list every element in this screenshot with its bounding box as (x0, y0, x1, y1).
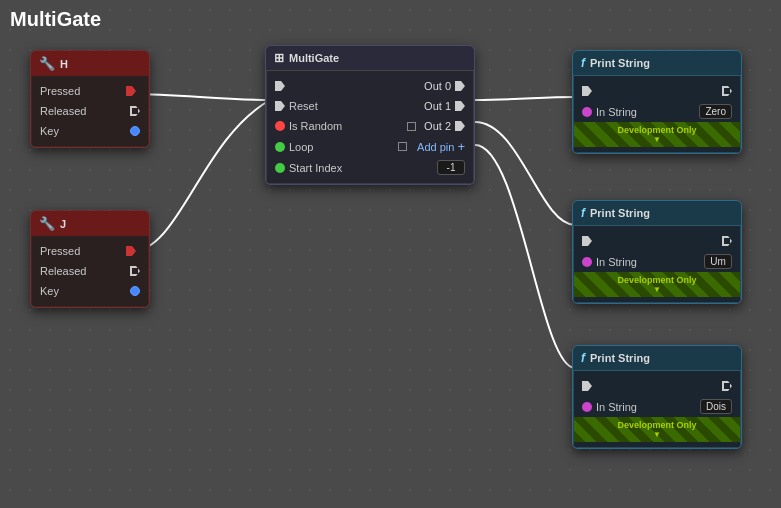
node-print2-exec-out[interactable] (722, 381, 732, 391)
node-j-released-pin[interactable] (130, 266, 140, 276)
node-h-released-pin[interactable] (130, 106, 140, 116)
node-mg-loop-pin[interactable] (275, 142, 285, 152)
node-mg-exec-in[interactable] (275, 81, 285, 91)
node-j-row-key: Key (32, 281, 148, 301)
node-h: 🔧 H Pressed Released Key (30, 50, 150, 148)
node-mg-out2-label: Out 2 (424, 120, 451, 132)
node-j-key-pin[interactable] (130, 286, 140, 296)
node-mg-startindex-val-wrapper: -1 (437, 160, 465, 175)
node-j-title: J (60, 218, 66, 230)
node-h-released-label: Released (40, 105, 126, 117)
node-mg-israndom-checkbox[interactable] (407, 122, 416, 131)
node-mg-addpin-icon[interactable]: + (457, 139, 465, 154)
node-print2-exec-in[interactable] (582, 381, 592, 391)
node-mg-out0-right: Out 0 (424, 80, 465, 92)
node-print0-exec-in[interactable] (582, 86, 592, 96)
node-print2-instring-pin[interactable] (582, 402, 592, 412)
node-print1-exec-in[interactable] (582, 236, 592, 246)
node-mg-startindex-value[interactable]: -1 (437, 160, 465, 175)
node-print1-instring-pin[interactable] (582, 257, 592, 267)
node-mg-israndom-label: Is Random (289, 120, 407, 132)
node-print2: f Print String In String Dois Developmen… (572, 345, 742, 449)
node-mg-out1-label: Out 1 (424, 100, 451, 112)
node-mg-row-loop: Loop Add pin + (267, 136, 473, 157)
node-print1-title: Print String (590, 207, 650, 219)
node-print1-row-exec (574, 231, 740, 251)
node-j: 🔧 J Pressed Released Key (30, 210, 150, 308)
node-print0-instring-value[interactable]: Zero (699, 104, 732, 119)
node-h-pressed-label: Pressed (40, 85, 126, 97)
node-print1-icon: f (581, 206, 585, 220)
node-print2-icon: f (581, 351, 585, 365)
node-print0-exec-out[interactable] (722, 86, 732, 96)
node-print2-instring-label: In String (596, 401, 700, 413)
node-j-released-label: Released (40, 265, 126, 277)
node-h-row-key: Key (32, 121, 148, 141)
node-mg-out2-right: Out 2 (407, 120, 465, 132)
node-h-body: Pressed Released Key (31, 76, 149, 147)
node-multigate: ⊞ MultiGate Out 0 Reset Out 1 Is Random (265, 45, 475, 185)
node-print0-row-exec (574, 81, 740, 101)
node-mg-out2-pin[interactable] (455, 121, 465, 131)
node-print0-instring-pin[interactable] (582, 107, 592, 117)
node-h-key-label: Key (40, 125, 126, 137)
node-print1-header: f Print String (573, 201, 741, 226)
node-mg-out1-pin[interactable] (455, 101, 465, 111)
node-print2-body: In String Dois Development Only ▼ (573, 371, 741, 448)
node-j-row-released: Released (32, 261, 148, 281)
node-j-body: Pressed Released Key (31, 236, 149, 307)
node-print0-body: In String Zero Development Only ▼ (573, 76, 741, 153)
node-print1: f Print String In String Um Development … (572, 200, 742, 304)
page-title: MultiGate (10, 8, 101, 31)
node-print0-icon: f (581, 56, 585, 70)
node-print0-title: Print String (590, 57, 650, 69)
node-print0-devonly: Development Only ▼ (574, 122, 740, 147)
node-mg-startindex-label: Start Index (289, 162, 437, 174)
node-h-header: 🔧 H (31, 51, 149, 76)
node-print2-header: f Print String (573, 346, 741, 371)
node-print1-instring-value[interactable]: Um (704, 254, 732, 269)
node-h-row-pressed: Pressed (32, 81, 148, 101)
node-mg-reset-label: Reset (289, 100, 424, 112)
node-j-icon: 🔧 (39, 216, 55, 231)
node-h-row-released: Released (32, 101, 148, 121)
node-mg-out1-right: Out 1 (424, 100, 465, 112)
node-j-row-pressed: Pressed (32, 241, 148, 261)
node-print1-row-instring: In String Um (574, 251, 740, 272)
node-print0-instring-label: In String (596, 106, 699, 118)
node-multigate-header: ⊞ MultiGate (266, 46, 474, 71)
node-h-pressed-pin[interactable] (126, 86, 136, 96)
node-mg-row-exec: Out 0 (267, 76, 473, 96)
node-j-key-label: Key (40, 285, 126, 297)
node-print2-title: Print String (590, 352, 650, 364)
node-mg-startindex-pin[interactable] (275, 163, 285, 173)
node-j-header: 🔧 J (31, 211, 149, 236)
node-mg-loop-checkbox[interactable] (398, 142, 407, 151)
node-mg-loop-label: Loop (289, 141, 398, 153)
node-multigate-icon: ⊞ (274, 51, 284, 65)
node-mg-row-israndom: Is Random Out 2 (267, 116, 473, 136)
node-print1-body: In String Um Development Only ▼ (573, 226, 741, 303)
node-mg-addpin-label: Add pin (417, 141, 454, 153)
node-mg-israndom-pin[interactable] (275, 121, 285, 131)
node-mg-row-startindex: Start Index -1 (267, 157, 473, 178)
node-h-icon: 🔧 (39, 56, 55, 71)
node-multigate-body: Out 0 Reset Out 1 Is Random Out 2 (266, 71, 474, 184)
node-print0-row-instring: In String Zero (574, 101, 740, 122)
node-j-pressed-pin[interactable] (126, 246, 136, 256)
node-mg-out0-pin[interactable] (455, 81, 465, 91)
node-j-pressed-label: Pressed (40, 245, 126, 257)
node-print0: f Print String In String Zero Developmen… (572, 50, 742, 154)
node-mg-out0-label: Out 0 (424, 80, 451, 92)
node-print0-header: f Print String (573, 51, 741, 76)
node-print2-devonly: Development Only ▼ (574, 417, 740, 442)
node-print2-row-exec (574, 376, 740, 396)
node-print1-exec-out[interactable] (722, 236, 732, 246)
node-mg-addpin-right: Add pin + (398, 139, 465, 154)
node-mg-reset-pin[interactable] (275, 101, 285, 111)
node-h-title: H (60, 58, 68, 70)
node-print2-row-instring: In String Dois (574, 396, 740, 417)
node-print2-instring-value[interactable]: Dois (700, 399, 732, 414)
node-mg-row-reset: Reset Out 1 (267, 96, 473, 116)
node-h-key-pin[interactable] (130, 126, 140, 136)
